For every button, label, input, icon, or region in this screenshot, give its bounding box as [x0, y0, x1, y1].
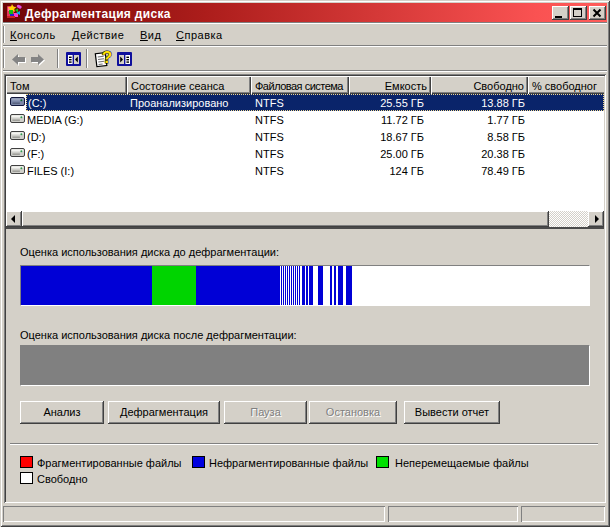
svg-text:?: ?: [102, 49, 112, 67]
